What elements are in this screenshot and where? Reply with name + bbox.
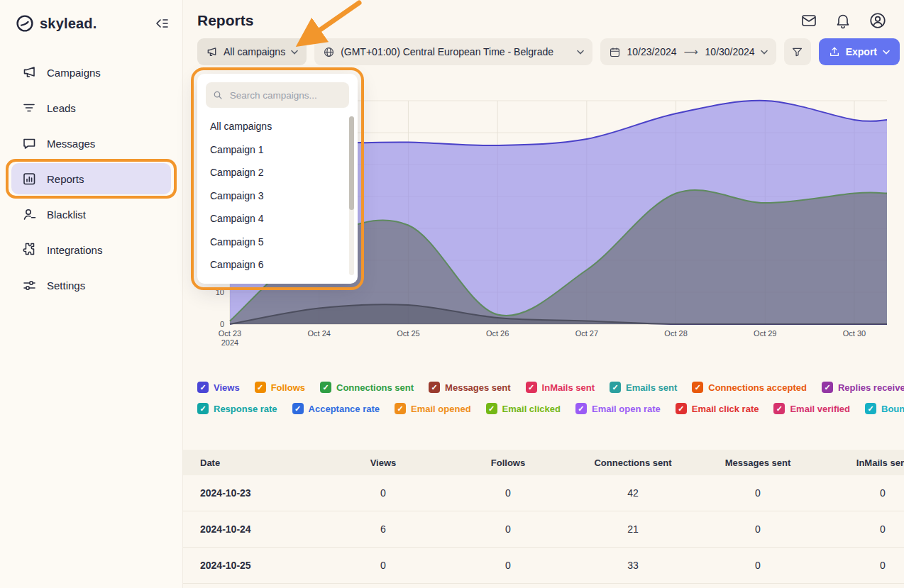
legend-checkbox[interactable]: ✓ bbox=[255, 382, 266, 393]
campaign-list-item[interactable]: Campaign 6 bbox=[206, 253, 349, 277]
legend-item[interactable]: ✓Response rate bbox=[197, 403, 277, 414]
campaign-dropdown: All campaignsCampaign 1Campaign 2Campaig… bbox=[197, 74, 358, 284]
legend-item[interactable]: ✓Connections sent bbox=[320, 382, 414, 393]
campaign-list-item[interactable]: All campaigns bbox=[206, 115, 349, 138]
bell-icon[interactable] bbox=[834, 12, 851, 29]
table-header-cell: Connections sent bbox=[570, 450, 695, 475]
svg-text:0: 0 bbox=[220, 320, 224, 328]
legend-label: Views bbox=[214, 382, 240, 393]
legend-row: ✓Views✓Follows✓Connections sent✓Messages… bbox=[197, 382, 904, 393]
legend-item[interactable]: ✓Email opened bbox=[395, 403, 471, 414]
table-cell: 42 bbox=[570, 475, 695, 511]
table-header-cell: Views bbox=[321, 450, 446, 475]
sidebar-item-leads[interactable]: Leads bbox=[11, 92, 171, 123]
mail-icon[interactable] bbox=[800, 12, 817, 29]
scrollbar-track[interactable] bbox=[349, 116, 354, 275]
legend-checkbox[interactable]: ✓ bbox=[486, 403, 497, 414]
sidebar-item-blacklist[interactable]: Blacklist bbox=[11, 199, 171, 230]
sidebar-item-settings[interactable]: Settings bbox=[11, 270, 171, 301]
skylead-logo[interactable]: skylead. bbox=[16, 14, 97, 33]
account-icon[interactable] bbox=[869, 11, 887, 30]
legend-label: Replies received bbox=[838, 382, 904, 393]
campaign-list-item[interactable]: Campaign 2 bbox=[206, 161, 349, 184]
svg-text:10: 10 bbox=[216, 288, 224, 296]
legend-checkbox[interactable]: ✓ bbox=[395, 403, 406, 414]
table-cell: 0 bbox=[695, 511, 820, 548]
legend-label: Email verified bbox=[790, 404, 850, 414]
sidebar-item-label: Integrations bbox=[47, 244, 102, 256]
campaign-filter-button[interactable]: All campaigns bbox=[197, 38, 307, 65]
table-row: 2024-10-23004200 bbox=[183, 475, 904, 511]
timezone-select[interactable]: (GMT+01:00) Central European Time - Belg… bbox=[314, 38, 592, 65]
legend-checkbox[interactable]: ✓ bbox=[526, 382, 537, 393]
legend-label: Messages sent bbox=[445, 382, 511, 393]
search-icon bbox=[213, 89, 223, 101]
legend-label: Connections sent bbox=[336, 382, 414, 393]
legend-item[interactable]: ✓Replies received bbox=[822, 382, 904, 393]
sidebar-item-reports[interactable]: Reports bbox=[11, 163, 171, 194]
table-cell: 0 bbox=[446, 511, 570, 548]
scrollbar-thumb[interactable] bbox=[349, 116, 354, 210]
legend-checkbox[interactable]: ✓ bbox=[292, 403, 304, 414]
legend-checkbox[interactable]: ✓ bbox=[575, 403, 587, 414]
legend-item[interactable]: ✓Email open rate bbox=[575, 403, 661, 414]
logo-text: skylead. bbox=[40, 16, 97, 32]
legend-label: Email open rate bbox=[592, 404, 661, 414]
legend-item[interactable]: ✓Connections accepted bbox=[692, 382, 807, 393]
legend-item[interactable]: ✓Email click rate bbox=[676, 403, 759, 414]
legend-checkbox[interactable]: ✓ bbox=[676, 403, 687, 414]
table-cell: 0 bbox=[695, 475, 820, 511]
campaign-search[interactable] bbox=[206, 82, 349, 108]
legend-checkbox[interactable]: ✓ bbox=[773, 403, 785, 414]
table-cell: 2024-10-24 bbox=[183, 511, 321, 548]
sidebar-item-label: Settings bbox=[47, 279, 85, 292]
collapse-sidebar-icon[interactable] bbox=[154, 16, 170, 31]
legend-item[interactable]: ✓Bounce rate bbox=[865, 403, 904, 414]
chevron-down-icon bbox=[577, 50, 584, 55]
legend-item[interactable]: ✓Email clicked bbox=[486, 403, 561, 414]
legend-item[interactable]: ✓Email verified bbox=[773, 403, 850, 414]
long-arrow-right-icon: ⟶ bbox=[683, 46, 700, 57]
legend-checkbox[interactable]: ✓ bbox=[320, 382, 331, 393]
legend-item[interactable]: ✓Follows bbox=[255, 382, 305, 393]
campaign-search-input[interactable] bbox=[228, 89, 342, 101]
sidebar-item-label: Blacklist bbox=[47, 209, 86, 221]
sidebar: skylead. Campaigns Leads bbox=[0, 0, 183, 588]
chevron-down-icon bbox=[291, 50, 298, 55]
timezone-value: (GMT+01:00) Central European Time - Belg… bbox=[341, 46, 553, 57]
table-header-cell: Messages sent bbox=[695, 450, 820, 475]
table-cell: 0 bbox=[446, 475, 570, 511]
legend-checkbox[interactable]: ✓ bbox=[197, 382, 209, 393]
report-table-section: DateViewsFollowsConnections sentMessages… bbox=[183, 450, 904, 584]
legend-label: Acceptance rate bbox=[309, 404, 380, 414]
svg-text:Oct 29: Oct 29 bbox=[754, 329, 776, 338]
campaign-list-item[interactable]: Campaign 5 bbox=[206, 231, 349, 254]
legend-checkbox[interactable]: ✓ bbox=[610, 382, 621, 393]
chevron-down-icon bbox=[761, 50, 768, 55]
campaign-list-item[interactable]: Campaign 4 bbox=[206, 207, 349, 231]
legend-item[interactable]: ✓Messages sent bbox=[429, 382, 511, 393]
legend-checkbox[interactable]: ✓ bbox=[692, 382, 703, 393]
sidebar-nav: Campaigns Leads Messages Reports bbox=[9, 57, 174, 301]
legend-item[interactable]: ✓Acceptance rate bbox=[292, 403, 380, 414]
legend-checkbox[interactable]: ✓ bbox=[822, 382, 833, 393]
legend-checkbox[interactable]: ✓ bbox=[865, 403, 876, 414]
funnel-icon bbox=[791, 46, 803, 58]
svg-text:Oct 27: Oct 27 bbox=[575, 329, 598, 338]
date-range-picker[interactable]: 10/23/2024 ⟶ 10/30/2024 bbox=[600, 38, 776, 65]
megaphone-icon bbox=[206, 46, 218, 58]
sidebar-item-messages[interactable]: Messages bbox=[11, 128, 171, 159]
campaign-list-item[interactable]: Campaign 3 bbox=[206, 184, 349, 208]
export-button[interactable]: Export bbox=[819, 38, 900, 65]
legend-item[interactable]: ✓Views bbox=[197, 382, 240, 393]
chart-legend: ✓Views✓Follows✓Connections sent✓Messages… bbox=[183, 382, 904, 414]
svg-text:Oct 26: Oct 26 bbox=[486, 329, 509, 338]
legend-item[interactable]: ✓InMails sent bbox=[526, 382, 595, 393]
sidebar-item-campaigns[interactable]: Campaigns bbox=[11, 57, 171, 88]
legend-checkbox[interactable]: ✓ bbox=[197, 403, 209, 414]
campaign-list-item[interactable]: Campaign 1 bbox=[206, 138, 349, 162]
legend-item[interactable]: ✓Emails sent bbox=[610, 382, 677, 393]
legend-checkbox[interactable]: ✓ bbox=[429, 382, 440, 393]
sidebar-item-integrations[interactable]: Integrations bbox=[11, 234, 171, 265]
filter-button[interactable] bbox=[784, 38, 811, 65]
